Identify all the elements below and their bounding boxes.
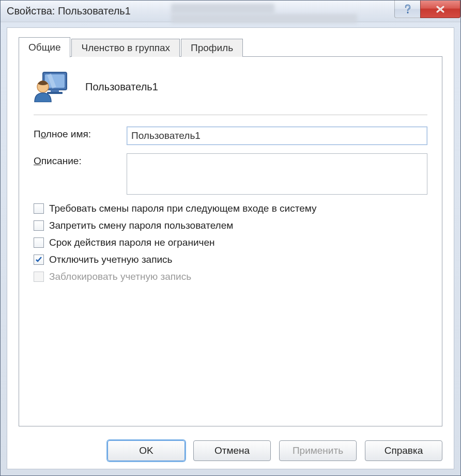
row-description: Описание: [34, 153, 427, 195]
description-input[interactable] [127, 153, 427, 195]
help-button[interactable] [394, 1, 420, 18]
row-full-name: Полное имя: [34, 126, 427, 145]
check-label: Отключить учетную запись [49, 254, 172, 265]
background-blur [171, 14, 357, 23]
tab-membership[interactable]: Членство в группах [71, 39, 180, 57]
check-label: Запретить смену пароля пользователем [49, 220, 233, 231]
check-label: Требовать смены пароля при следующем вхо… [49, 203, 317, 214]
svg-point-0 [407, 12, 408, 13]
description-label: Описание: [34, 153, 127, 167]
dialog-button-row: OK Отмена Применить Справка [7, 433, 454, 469]
dialog-body: Общие Членство в группах Профиль [7, 27, 454, 469]
tab-content: Пользователь1 Полное имя: Описание: [34, 68, 427, 421]
titlebar: Свойства: Пользователь1 [1, 1, 460, 22]
check-deny-change[interactable]: Запретить смену пароля пользователем [34, 220, 427, 231]
help-button-bottom[interactable]: Справка [365, 440, 442, 461]
check-label: Заблокировать учетную запись [49, 271, 191, 282]
checkbox-group: Требовать смены пароля при следующем вхо… [34, 203, 427, 282]
full-name-input[interactable] [127, 126, 427, 145]
cancel-button[interactable]: Отмена [193, 440, 271, 461]
apply-button[interactable]: Применить [279, 440, 357, 461]
user-icon [34, 71, 71, 102]
checkbox-icon [34, 272, 44, 282]
dialog-window: Свойства: Пользователь1 Общие Членство в… [0, 0, 461, 476]
tab-profile[interactable]: Профиль [181, 39, 243, 57]
checkbox-icon [34, 203, 44, 214]
check-label: Срок действия пароля не ограничен [49, 237, 214, 248]
ok-button[interactable]: OK [107, 440, 185, 461]
tabstrip: Общие Членство в группах Профиль [19, 38, 442, 57]
check-never-expires[interactable]: Срок действия пароля не ограничен [34, 237, 427, 248]
close-icon [434, 5, 447, 14]
tabpanel-general: Пользователь1 Полное имя: Описание: [19, 56, 442, 426]
user-display-name: Пользователь1 [85, 81, 158, 93]
help-icon [403, 4, 413, 14]
check-require-change[interactable]: Требовать смены пароля при следующем вхо… [34, 203, 427, 214]
user-header: Пользователь1 [34, 68, 427, 105]
divider [34, 115, 427, 115]
checkbox-icon [34, 237, 44, 248]
svg-rect-4 [47, 92, 63, 94]
window-controls [394, 1, 460, 18]
checkbox-icon [34, 255, 44, 265]
check-locked: Заблокировать учетную запись [34, 271, 427, 282]
check-disable-account[interactable]: Отключить учетную запись [34, 254, 427, 265]
background-blur [171, 4, 274, 14]
close-button[interactable] [420, 1, 460, 18]
full-name-label: Полное имя: [34, 126, 127, 140]
tab-general[interactable]: Общие [19, 37, 70, 57]
checkbox-icon [34, 220, 44, 231]
svg-rect-3 [51, 90, 59, 92]
